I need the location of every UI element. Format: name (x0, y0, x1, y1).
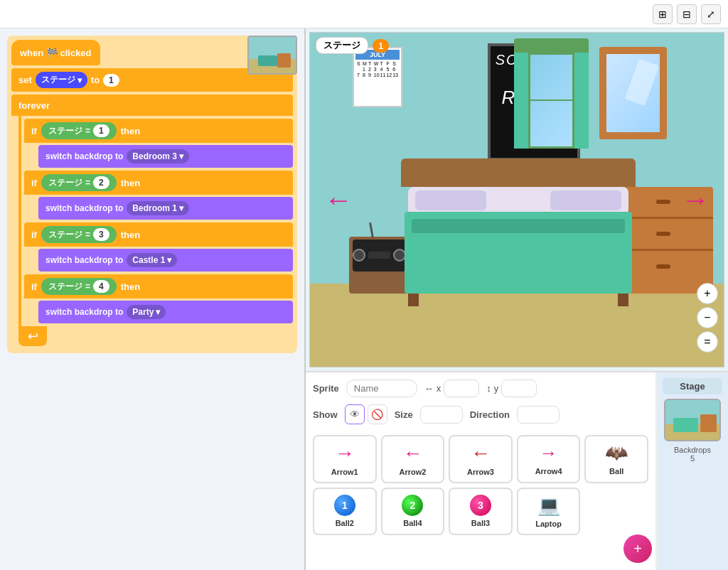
backdrop-dropdown-1[interactable]: Bedroom 3 ▾ (127, 149, 189, 163)
calendar-grid: SMTWTFS 123456 78910111213 (355, 60, 400, 79)
backdrop-dropdown-3[interactable]: Castle 1 ▾ (127, 253, 177, 267)
show-label: Show (313, 409, 338, 420)
x-input[interactable] (444, 380, 479, 397)
if-block-1: if ステージ = 1 then switch backdrop to B (24, 119, 293, 168)
sprite-name-input[interactable] (346, 380, 417, 397)
bottom-panel: Sprite ↔ x ↕ y Show (306, 371, 728, 570)
sprite-item-ball[interactable]: 🦇 Ball (584, 435, 648, 483)
forever-header: forever (11, 95, 293, 116)
sprite-grid: → Arrow1 ← Arrow2 ← Arrow3 (313, 431, 648, 539)
scene-arrow-left[interactable]: ← (324, 184, 353, 216)
drawer-handle-2 (656, 232, 670, 236)
stage-thumbnail[interactable] (664, 399, 721, 441)
stage-container: ステージ 1 JULY SMTWTFS 123456 (309, 32, 724, 367)
layout-icon-2[interactable]: ⊟ (677, 4, 697, 24)
show-hidden-btn[interactable]: 🚫 (368, 404, 387, 424)
forever-body: if ステージ = 1 then switch backdrop to B (18, 116, 293, 326)
stage-label: ステージ (316, 37, 368, 54)
sprite-item-arrow4[interactable]: → Arrow4 (517, 435, 581, 483)
sprite-laptop-label: Laptop (535, 520, 562, 528)
zoom-out-button[interactable]: − (697, 307, 718, 328)
sprite-ball2-label: Ball2 (336, 519, 354, 527)
zoom-reset-button[interactable]: = (697, 331, 718, 353)
sprite-item-arrow2[interactable]: ← Arrow2 (381, 435, 445, 483)
curtain-top (514, 38, 589, 53)
code-thumbnail (247, 36, 297, 75)
y-coord-group: ↕ y (486, 380, 537, 397)
x-coord-group: ↔ x (424, 380, 480, 397)
sprite-ball-label: Ball (609, 467, 623, 475)
zoom-in-button[interactable]: + (697, 283, 718, 304)
show-visible-btn[interactable]: 👁 (345, 404, 365, 424)
arrow4-icon: → (540, 442, 558, 464)
scene-arrow-right[interactable]: → (681, 184, 710, 216)
arrow3-icon: ← (471, 442, 491, 465)
arrow1-icon: → (335, 442, 355, 465)
top-bar: ⊞ ⊟ ⤢ (0, 0, 728, 28)
sprite-item-ball3[interactable]: 3 Ball3 (449, 488, 513, 535)
comforter (405, 212, 632, 294)
layout-icon-1[interactable]: ⊞ (653, 4, 673, 24)
backdrop-dropdown-4[interactable]: Party ▾ (127, 305, 166, 319)
bed (401, 158, 636, 294)
x-label: x (437, 383, 441, 394)
calendar: JULY SMTWTFS 123456 78910111213 (353, 47, 402, 107)
if-block-2: if ステージ = 2 then switch backdrop to B (24, 171, 293, 220)
pillow-2 (550, 190, 621, 210)
window-top-pane (530, 55, 572, 101)
hat-block: when 🏁 clicked (11, 40, 100, 65)
sprite-item-laptop[interactable]: 💻 Laptop (517, 488, 581, 535)
stage-side-panel: Stage Backdrops 5 (657, 372, 728, 570)
size-input[interactable] (420, 406, 463, 424)
add-sprite-button[interactable]: + (623, 534, 652, 563)
condition-4: ステージ = 4 (41, 278, 117, 295)
switch-backdrop-2: switch backdrop to Bedroom 1 ▾ (38, 197, 293, 220)
set-label: set (18, 75, 32, 85)
sprite-info-panel: Sprite ↔ x ↕ y Show (306, 372, 657, 570)
if-header-4: if ステージ = 4 then (24, 274, 293, 299)
switch-backdrop-1: switch backdrop to Bedroom 3 ▾ (38, 145, 293, 168)
sprite-item-ball4[interactable]: 2 Ball4 (381, 488, 445, 535)
sprite-arrow1-label: Arrow1 (331, 468, 358, 476)
if-block-4: if ステージ = 4 then switch backdrop to P (24, 274, 293, 323)
arrow2-icon: ← (402, 442, 422, 465)
sprite-item-ball2[interactable]: 1 Ball2 (313, 488, 377, 535)
forever-block: forever if ステージ = 1 then (11, 95, 293, 346)
stage-var-dropdown[interactable]: ステージ ▾ (36, 72, 87, 88)
if-header-3: if ステージ = 3 then (24, 222, 293, 247)
backdrop-dropdown-2[interactable]: Bedroom 1 ▾ (127, 201, 189, 215)
to-label: to (91, 75, 100, 85)
ball2-icon: 1 (334, 495, 355, 516)
sprite-item-arrow1[interactable]: → Arrow1 (313, 435, 377, 483)
code-panel: when 🏁 clicked set ステージ ▾ to 1 forever (0, 28, 306, 570)
headboard (401, 158, 636, 187)
switch-backdrop-3: switch backdrop to Castle 1 ▾ (38, 249, 293, 271)
pillow-1 (415, 190, 486, 210)
if-header-2: if ステージ = 2 then (24, 171, 293, 195)
bed-leg-2 (618, 294, 628, 306)
direction-input[interactable] (517, 406, 560, 424)
dropdown-arrow: ▾ (77, 75, 82, 85)
sprite-item-arrow3[interactable]: ← Arrow3 (449, 435, 513, 483)
condition-3: ステージ = 3 (41, 226, 117, 243)
switch-backdrop-4: switch backdrop to Party ▾ (38, 301, 293, 323)
curtain-right (574, 53, 589, 149)
fullscreen-icon[interactable]: ⤢ (701, 4, 721, 24)
direction-label: Direction (470, 409, 510, 420)
laptop-icon: 💻 (537, 495, 560, 517)
backdrops-label: Backdrops (674, 446, 711, 454)
arrow-y-icon: ↕ (486, 383, 491, 394)
comforter-stripe (412, 219, 625, 233)
bed-leg-1 (408, 294, 419, 306)
forever-bottom: ↩ (18, 326, 47, 346)
window-frame (514, 53, 589, 149)
y-input[interactable] (501, 380, 537, 397)
stage-panel-backdrops: Backdrops 5 (674, 446, 711, 463)
backdrops-count: 5 (674, 454, 711, 463)
stage-header: ステージ 1 (316, 37, 389, 54)
if-header-1: if ステージ = 1 then (24, 119, 293, 143)
sprite-info-row: Sprite ↔ x ↕ y (313, 380, 648, 397)
speaker-left (353, 249, 365, 262)
ball4-icon: 2 (402, 495, 423, 516)
bat-icon: 🦇 (605, 442, 628, 464)
